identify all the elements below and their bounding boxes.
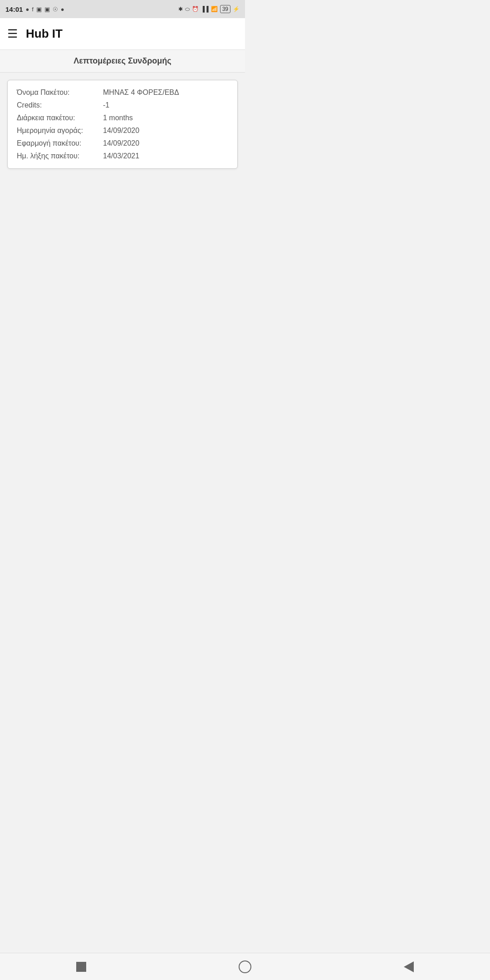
page-subtitle-bar: Λεπτομέρειες Συνδρομής (0, 50, 245, 73)
detail-row-apply-date: Εφαρμογή πακέτου: 14/09/2020 (17, 139, 228, 147)
bluetooth-icon: ✱ (178, 6, 183, 12)
status-icon-box1: ▣ (36, 6, 42, 13)
value-expiry-date: 14/03/2021 (103, 152, 228, 160)
status-icon-box2: ▣ (44, 6, 50, 13)
label-purchase-date: Ημερομηνία αγοράς: (17, 127, 103, 135)
status-bar: 14:01 ● f ▣ ▣ ☉ ● ✱ ⬭ ⏰ ▐▐ 📶 39 ⚡ (0, 0, 245, 18)
battery-oval-icon: ⬭ (185, 6, 190, 12)
detail-card: Όνομα Πακέτου: ΜΗΝΑΣ 4 ΦΟΡΕΣ/ΕΒΔ Credits… (7, 80, 238, 169)
status-bar-right: ✱ ⬭ ⏰ ▐▐ 📶 39 ⚡ (178, 5, 240, 13)
detail-row-credits: Credits: -1 (17, 101, 228, 109)
content-area: Όνομα Πακέτου: ΜΗΝΑΣ 4 ΦΟΡΕΣ/ΕΒΔ Credits… (0, 73, 245, 176)
label-duration: Διάρκεια πακέτου: (17, 114, 103, 122)
page-subtitle: Λεπτομέρειες Συνδρομής (74, 56, 171, 65)
status-icon-facebook: f (32, 6, 34, 13)
hamburger-menu-icon[interactable]: ☰ (7, 27, 18, 41)
signal-icon: ▐▐ (201, 6, 209, 12)
status-bar-left: 14:01 ● f ▣ ▣ ☉ ● (5, 5, 64, 13)
wifi-icon: 📶 (211, 6, 218, 12)
detail-row-package-name: Όνομα Πακέτου: ΜΗΝΑΣ 4 ΦΟΡΕΣ/ΕΒΔ (17, 88, 228, 97)
label-apply-date: Εφαρμογή πακέτου: (17, 139, 103, 147)
value-purchase-date: 14/09/2020 (103, 127, 228, 135)
label-credits: Credits: (17, 101, 103, 109)
detail-row-expiry-date: Ημ. λήξης πακέτου: 14/03/2021 (17, 152, 228, 160)
label-expiry-date: Ημ. λήξης πακέτου: (17, 152, 103, 160)
detail-row-purchase-date: Ημερομηνία αγοράς: 14/09/2020 (17, 127, 228, 135)
alarm-icon: ⏰ (192, 6, 199, 12)
detail-row-duration: Διάρκεια πακέτου: 1 months (17, 114, 228, 122)
value-apply-date: 14/09/2020 (103, 139, 228, 147)
status-icon-dot: ● (61, 6, 64, 13)
label-package-name: Όνομα Πακέτου: (17, 88, 103, 97)
status-icon-circle: ● (25, 6, 29, 13)
app-title: Hub IT (26, 27, 63, 41)
status-icon-messenger: ☉ (53, 6, 58, 13)
battery-level: 39 (220, 5, 230, 13)
charging-icon: ⚡ (233, 6, 240, 12)
value-package-name: ΜΗΝΑΣ 4 ΦΟΡΕΣ/ΕΒΔ (103, 88, 228, 97)
status-time: 14:01 (5, 5, 23, 13)
value-duration: 1 months (103, 114, 228, 122)
app-bar: ☰ Hub IT (0, 18, 245, 50)
value-credits: -1 (103, 101, 228, 109)
